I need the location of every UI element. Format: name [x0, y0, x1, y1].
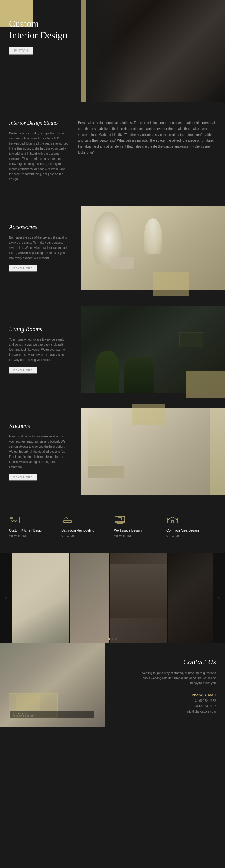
gallery-images	[0, 553, 225, 643]
service-workspace-link[interactable]: VIEW MORE	[114, 535, 133, 538]
gallery-dot-3[interactable]	[115, 638, 117, 640]
gallery-dots	[108, 638, 117, 640]
gallery-image-3	[110, 553, 167, 643]
hero-section: Custom Interior Design BUTTON	[0, 0, 225, 102]
living-gold-accent	[186, 371, 225, 398]
service-common-link[interactable]: VIEW MORE	[167, 535, 185, 538]
service-kitchens-readmore[interactable]: READ MORE	[9, 474, 37, 480]
gallery-arrow-right[interactable]: ›	[215, 593, 224, 602]
bathroom-icon	[61, 515, 74, 525]
gallery-image-2	[69, 553, 109, 643]
service-accessories-text: Accessories No matter the size of the pr…	[9, 224, 69, 272]
service-workspace-title: Workspace Design	[114, 529, 142, 532]
service-living-desc: Your home or workplace is very personal,…	[9, 337, 69, 363]
about-left-text: Custom interior studio, is a qualified i…	[9, 131, 69, 182]
service-accessories-desc: No matter the size of the project, the g…	[9, 235, 69, 260]
service-bathroom-link[interactable]: VIEW MORE	[61, 535, 80, 538]
service-accessories-title: Accessories	[9, 224, 69, 230]
service-living-title: Living Rooms	[9, 326, 69, 333]
service-living-readmore[interactable]: READ MORE	[9, 367, 37, 374]
hero-photo	[87, 0, 225, 102]
services-grid-section: Custom Kitchen Design VIEW MORE Bathroom…	[0, 499, 225, 553]
kitchen-icon	[9, 515, 21, 525]
hero-title: Custom Interior Design	[9, 18, 69, 41]
service-accessories-readmore[interactable]: READ MORE	[9, 265, 37, 272]
about-right-text: Personal attention, creative solutions. …	[78, 120, 216, 156]
service-living-text: Living Rooms Your home or workplace is v…	[9, 326, 69, 374]
about-left: Interior Design Studio Custom interior s…	[9, 120, 69, 182]
svg-rect-4	[11, 518, 12, 519]
kitchens-gold-accent	[132, 404, 165, 425]
gallery-section: ‹ ›	[0, 553, 225, 643]
service-kitchens-title: Kitchens	[9, 423, 69, 429]
svg-rect-9	[115, 516, 125, 522]
svg-point-3	[15, 520, 17, 522]
gallery-dot-1[interactable]	[108, 638, 110, 640]
service-kitchens-desc: Free initial consultation, were we discu…	[9, 434, 69, 469]
svg-rect-16	[171, 521, 174, 523]
contact-details: Phone & Mail +34 609 54 1132 +34 609 54 …	[187, 693, 216, 714]
about-heading: Interior Design Studio	[9, 120, 69, 126]
common-icon	[167, 515, 178, 525]
contact-phone: +34 609 54 1132 +34 609 54 1132 info@bla…	[187, 698, 216, 714]
service-kitchen-link[interactable]: VIEW MORE	[9, 535, 28, 538]
svg-rect-5	[63, 521, 72, 522]
service-item-bathroom: Bathroom Remodeling VIEW MORE	[61, 515, 111, 538]
hero-text-block: Custom Interior Design BUTTON	[9, 18, 69, 55]
service-kitchens: Kitchens Free initial consultation, were…	[0, 404, 225, 499]
service-item-kitchen: Custom Kitchen Design VIEW MORE	[9, 515, 58, 538]
service-kitchens-text: Kitchens Free initial consultation, were…	[9, 423, 69, 480]
about-section: Interior Design Studio Custom interior s…	[0, 102, 225, 200]
services-grid-row: Custom Kitchen Design VIEW MORE Bathroom…	[9, 515, 216, 538]
service-living: Living Rooms Your home or workplace is v…	[0, 302, 225, 398]
contact-image-area: COUTURE WEDDING DESIGN	[0, 643, 105, 727]
about-right: Personal attention, creative solutions. …	[78, 120, 216, 182]
svg-rect-14	[118, 518, 122, 520]
contact-description: Wanting to get a project started, or hav…	[138, 671, 216, 686]
hero-image	[87, 0, 225, 102]
service-bathroom-title: Bathroom Remodeling	[61, 529, 94, 532]
contact-photo: COUTURE WEDDING DESIGN	[0, 643, 105, 727]
hero-button[interactable]: BUTTON	[9, 47, 33, 55]
contact-info: Contact Us Wanting to get a project star…	[105, 643, 225, 727]
service-kitchen-title: Custom Kitchen Design	[9, 529, 44, 532]
contact-phone-mail-label: Phone & Mail	[187, 693, 216, 697]
svg-point-2	[12, 520, 13, 522]
service-accessories: Accessories No matter the size of the pr…	[0, 200, 225, 296]
gallery-image-4	[168, 553, 213, 643]
hero-gold-strip	[81, 0, 86, 102]
accessories-gold-accent	[153, 272, 189, 296]
service-item-common: Common Area Design VIEW MORE	[167, 515, 216, 538]
service-item-workspace: Workspace Design VIEW MORE	[114, 515, 164, 538]
workspace-icon	[114, 515, 126, 525]
service-common-title: Common Area Design	[167, 529, 199, 532]
contact-section: COUTURE WEDDING DESIGN Contact Us Wantin…	[0, 643, 225, 727]
gallery-dot-2[interactable]	[112, 638, 113, 640]
gallery-image-1	[12, 553, 69, 643]
gallery-arrow-left[interactable]: ‹	[1, 593, 10, 602]
contact-title: Contact Us	[183, 658, 216, 666]
